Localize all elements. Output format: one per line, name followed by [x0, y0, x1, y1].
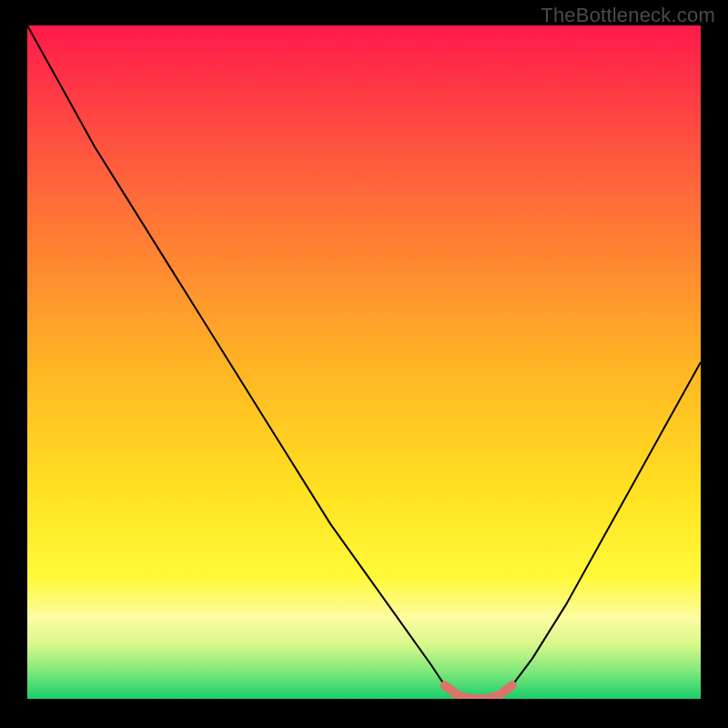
- chart-container: TheBottleneck.com: [0, 0, 728, 728]
- watermark-text: TheBottleneck.com: [541, 4, 715, 27]
- chart-svg: [27, 25, 701, 699]
- plot-area: [27, 25, 701, 699]
- gradient-rect: [27, 25, 701, 699]
